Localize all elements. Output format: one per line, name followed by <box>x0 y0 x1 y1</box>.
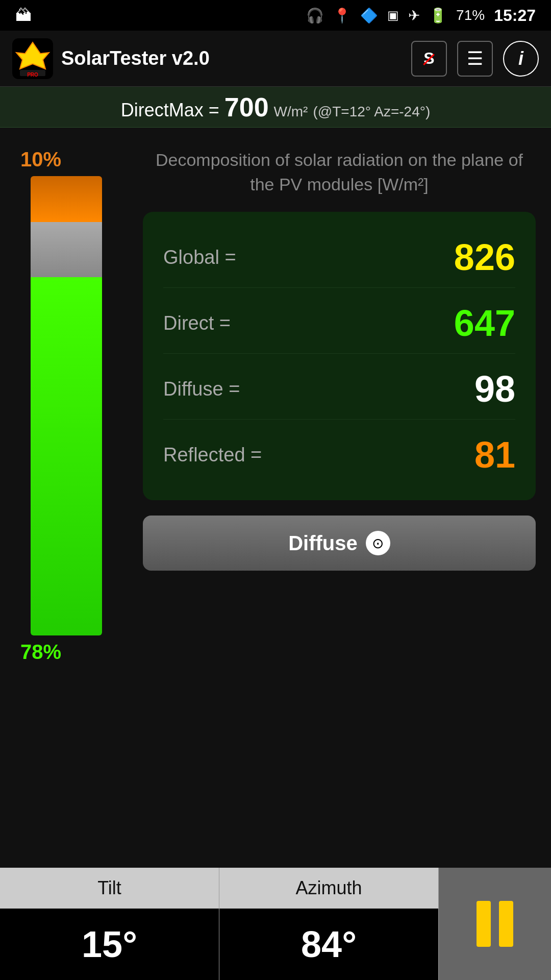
bar-container <box>31 176 102 635</box>
battery-percentage: 71% <box>456 7 485 23</box>
direct-max-label-text: DirectMax = <box>121 100 224 120</box>
diffuse-row: Diffuse = 98 <box>163 359 515 420</box>
location-icon: 📍 <box>333 7 351 24</box>
tilt-label: Tilt <box>97 868 121 909</box>
status-bar: 🏔 🎧 📍 🔷 ▣ ✈ 🔋 71% 15:27 <box>0 0 551 31</box>
svg-text:PRO: PRO <box>27 72 38 78</box>
landscape-icon: 🏔 <box>15 6 32 25</box>
info-button[interactable]: i <box>503 41 539 77</box>
status-right: 🎧 📍 🔷 ▣ ✈ 🔋 71% 15:27 <box>306 6 536 25</box>
direct-max-params: (@T=12° Az=-24°) <box>313 104 430 119</box>
left-column: 10% 78% <box>15 148 128 847</box>
battery-icon: 🔋 <box>429 7 447 24</box>
azimuth-label: Azimuth <box>295 868 362 909</box>
azimuth-cell: Azimuth 84° <box>219 868 439 980</box>
tilt-value-box: 15° <box>0 909 219 980</box>
info-icon: i <box>518 48 523 69</box>
azimuth-value-box: 84° <box>219 909 438 980</box>
diffuse-label: Diffuse = <box>163 378 240 400</box>
percentage-top: 10% <box>20 148 61 171</box>
strikethrough-s-icon: S <box>423 49 434 68</box>
decomposition-label: Decomposition of solar radiation on the … <box>143 148 536 197</box>
data-card: Global = 826 Direct = 647 Diffuse = 98 R… <box>143 212 536 500</box>
sim-icon: ▣ <box>387 8 399 22</box>
global-label: Global = <box>163 247 236 268</box>
pause-bar-right <box>499 901 513 947</box>
diffuse-value: 98 <box>474 368 515 410</box>
airplane-icon: ✈ <box>408 7 420 24</box>
reflected-label: Reflected = <box>163 444 262 466</box>
direct-max-unit: W/m² <box>274 104 308 119</box>
header-icons: S ☰ i <box>411 41 539 77</box>
status-left: 🏔 <box>15 6 32 25</box>
menu-button[interactable]: ☰ <box>457 41 493 77</box>
direct-max-bar: DirectMax = 700 W/m² (@T=12° Az=-24°) <box>0 87 551 128</box>
headphone-icon: 🎧 <box>306 7 324 24</box>
diffuse-button-icon: ⊙ <box>366 531 390 555</box>
tilt-value: 15° <box>82 923 137 965</box>
azimuth-value: 84° <box>301 923 357 965</box>
app-title-section: PRO SolarTester v2.0 <box>12 38 210 79</box>
diffuse-button-label: Diffuse <box>288 532 358 555</box>
app-logo: PRO <box>12 38 53 79</box>
global-value: 826 <box>454 236 515 278</box>
direct-max-value: 700 <box>224 92 269 122</box>
bluetooth-icon: 🔷 <box>360 7 378 24</box>
main-content: 10% 78% Decomposition of solar radiation… <box>0 128 551 868</box>
direct-value: 647 <box>454 302 515 344</box>
app-header: PRO SolarTester v2.0 S ☰ i <box>0 31 551 87</box>
global-row: Global = 826 <box>163 227 515 288</box>
reflected-value: 81 <box>474 434 515 476</box>
direct-max-label: DirectMax = 700 W/m² (@T=12° Az=-24°) <box>121 92 431 122</box>
percentage-bottom: 78% <box>20 641 61 664</box>
bar-orange-segment <box>31 176 102 222</box>
bar-gray-segment <box>31 222 102 277</box>
diffuse-button[interactable]: Diffuse ⊙ <box>143 516 536 571</box>
chrome-icon: ⊙ <box>372 535 384 552</box>
pause-bar-left <box>477 901 491 947</box>
bar-green-segment <box>31 277 102 635</box>
no-s-button[interactable]: S <box>411 41 447 77</box>
direct-row: Direct = 647 <box>163 293 515 354</box>
reflected-row: Reflected = 81 <box>163 425 515 485</box>
direct-label: Direct = <box>163 312 231 334</box>
right-column: Decomposition of solar radiation on the … <box>143 148 536 847</box>
app-title-text: SolarTester v2.0 <box>61 47 210 69</box>
pause-icon <box>477 901 513 947</box>
tilt-cell: Tilt 15° <box>0 868 219 980</box>
clock: 15:27 <box>494 6 536 25</box>
bottom-bar: Tilt 15° Azimuth 84° <box>0 868 551 980</box>
menu-icon: ☰ <box>467 48 483 69</box>
pause-button[interactable] <box>439 868 551 980</box>
